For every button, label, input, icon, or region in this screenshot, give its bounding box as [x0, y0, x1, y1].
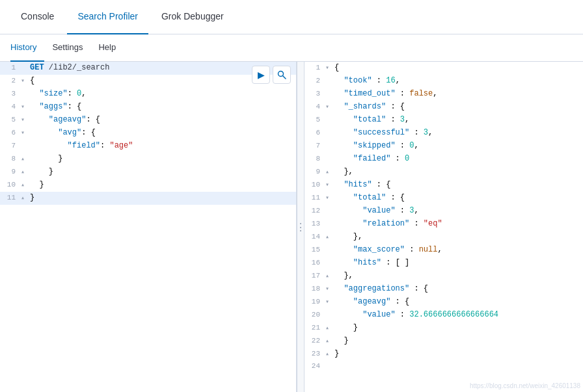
line-number: 21	[305, 322, 325, 334]
left-panel: ▶ 1GET /lib2/_search2▾{3 "size": 0,4▾ "a…	[0, 62, 297, 392]
table-row: 3 "timed_out" : false,	[305, 88, 583, 101]
line-number: 2	[0, 75, 21, 87]
sub-nav-history[interactable]: History	[10, 34, 44, 62]
code-content: "max_score" : null,	[334, 244, 583, 256]
code-content: "total" : {	[334, 192, 583, 204]
table-row: 19▾ "ageavg" : {	[305, 296, 583, 309]
code-content: "hits" : [ ]	[334, 257, 583, 269]
table-row: 7 "field": "age"	[0, 140, 296, 153]
fold-icon[interactable]: ▾	[325, 102, 334, 112]
table-row: 11▾ "total" : {	[305, 192, 583, 205]
table-row: 24	[305, 361, 583, 374]
left-code-area[interactable]: 1GET /lib2/_search2▾{3 "size": 0,4▾ "agg…	[0, 62, 296, 392]
app-container: Console Search Profiler Grok Debugger Hi…	[0, 0, 583, 392]
fold-icon[interactable]: ▴	[325, 232, 334, 242]
main-content: ▶ 1GET /lib2/_search2▾{3 "size": 0,4▾ "a…	[0, 62, 583, 392]
table-row: 8▴ }	[0, 153, 296, 166]
line-number: 15	[305, 244, 325, 256]
code-content: "aggregations" : {	[334, 283, 583, 295]
tab-console[interactable]: Console	[10, 0, 64, 34]
line-number: 5	[0, 114, 21, 126]
table-row: 16 "hits" : [ ]	[305, 257, 583, 270]
code-content: }	[334, 322, 583, 334]
code-content: "hits" : {	[334, 179, 583, 191]
table-row: 18▾ "aggregations" : {	[305, 283, 583, 296]
fold-icon[interactable]: ▾	[325, 193, 334, 203]
line-number: 4	[305, 101, 325, 113]
fold-icon[interactable]: ▾	[325, 180, 334, 190]
table-row: 4▾ "aggs": {	[0, 101, 296, 114]
line-number: 3	[305, 88, 325, 100]
code-content: },	[334, 270, 583, 282]
code-content: }	[30, 166, 296, 178]
line-number: 11	[0, 192, 21, 204]
fold-icon[interactable]: ▴	[21, 193, 30, 203]
line-number: 2	[305, 75, 325, 87]
fold-icon[interactable]: ▴	[21, 167, 30, 177]
code-content: "timed_out" : false,	[334, 88, 583, 100]
line-number: 6	[0, 127, 21, 139]
table-row: 6▾ "avg": {	[0, 127, 296, 140]
code-content: "skipped" : 0,	[334, 140, 583, 152]
fold-icon[interactable]: ▾	[21, 76, 30, 86]
line-number: 9	[0, 166, 21, 178]
fold-icon[interactable]: ▾	[21, 128, 30, 138]
run-button[interactable]: ▶	[252, 66, 270, 84]
code-content: "took" : 16,	[334, 75, 583, 87]
code-content: "successful" : 3,	[334, 127, 583, 139]
table-row: 5 "total" : 3,	[305, 114, 583, 127]
line-number: 8	[305, 153, 325, 165]
line-number: 5	[305, 114, 325, 126]
table-row: 4▾ "_shards" : {	[305, 101, 583, 114]
line-number: 11	[305, 192, 325, 204]
code-content: "ageavg": {	[30, 114, 296, 126]
fold-icon[interactable]: ▾	[325, 284, 334, 294]
table-row: 22▴ }	[305, 335, 583, 348]
line-number: 8	[0, 153, 21, 165]
fold-icon[interactable]: ▾	[21, 102, 30, 112]
line-number: 14	[305, 231, 325, 243]
search-button[interactable]	[273, 66, 291, 84]
line-number: 9	[305, 166, 325, 178]
line-number: 10	[0, 179, 21, 191]
code-content: "total" : 3,	[334, 114, 583, 126]
table-row: 1▾{	[305, 62, 583, 75]
fold-icon[interactable]: ▴	[21, 154, 30, 164]
fold-icon[interactable]: ▴	[325, 323, 334, 333]
fold-icon[interactable]: ▾	[325, 63, 334, 73]
code-content: {	[334, 62, 583, 74]
table-row: 13 "relation" : "eq"	[305, 218, 583, 231]
fold-icon[interactable]: ▾	[325, 297, 334, 307]
table-row: 6 "successful" : 3,	[305, 127, 583, 140]
table-row: 17▴ },	[305, 270, 583, 283]
right-code-area[interactable]: 1▾{2 "took" : 16,3 "timed_out" : false,4…	[305, 62, 583, 392]
line-number: 7	[305, 140, 325, 152]
fold-icon[interactable]: ▴	[325, 349, 334, 359]
code-content: }	[30, 192, 296, 204]
sub-nav-settings[interactable]: Settings	[44, 34, 90, 62]
table-row: 7 "skipped" : 0,	[305, 140, 583, 153]
code-content: }	[334, 348, 583, 360]
sub-nav: History Settings Help	[0, 34, 583, 62]
table-row: 10▾ "hits" : {	[305, 179, 583, 192]
fold-icon[interactable]: ▴	[325, 271, 334, 281]
fold-icon[interactable]: ▴	[21, 180, 30, 190]
table-row: 23▴}	[305, 348, 583, 361]
line-number: 16	[305, 257, 325, 269]
panel-divider[interactable]: ⋮	[297, 62, 305, 392]
tab-grok-debugger[interactable]: Grok Debugger	[151, 0, 234, 34]
fold-icon[interactable]: ▴	[325, 336, 334, 346]
table-row: 10▴ }	[0, 179, 296, 192]
table-row: 5▾ "ageavg": {	[0, 114, 296, 127]
top-nav: Console Search Profiler Grok Debugger	[0, 0, 583, 34]
sub-nav-help[interactable]: Help	[90, 34, 124, 62]
tab-search-profiler[interactable]: Search Profiler	[67, 0, 148, 34]
code-content: }	[30, 153, 296, 165]
fold-icon[interactable]: ▾	[21, 115, 30, 125]
line-number: 18	[305, 283, 325, 295]
fold-icon[interactable]: ▴	[325, 167, 334, 177]
table-row: 15 "max_score" : null,	[305, 244, 583, 257]
code-content: }	[334, 335, 583, 347]
line-number: 24	[305, 361, 325, 372]
line-number: 4	[0, 101, 21, 113]
